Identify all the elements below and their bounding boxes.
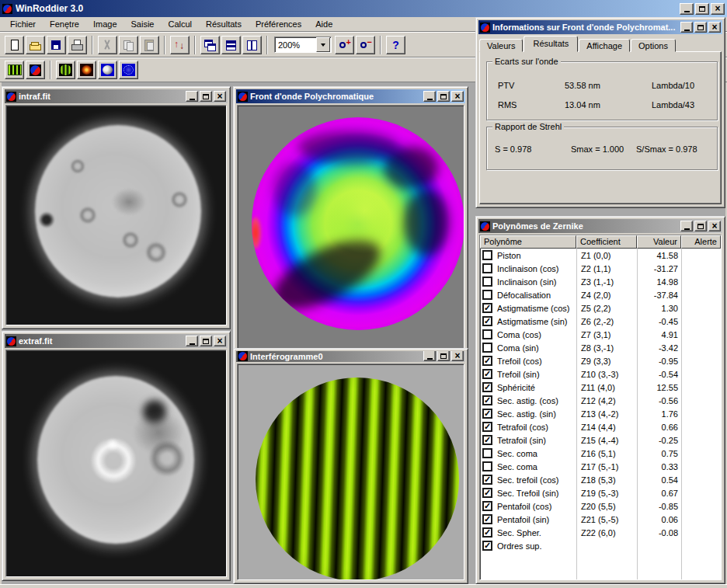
zernike-checkbox[interactable]: ✓ (482, 382, 492, 392)
menu-item-0[interactable]: Fichier (3, 18, 43, 31)
zoom-in-button[interactable] (335, 36, 354, 54)
close-button[interactable] (451, 351, 464, 361)
zernike-row[interactable]: ✓Trefoil (sin)Z10 (3,-3)-0.54 (480, 367, 721, 381)
cut-button[interactable] (98, 36, 117, 54)
minimize-button[interactable] (186, 336, 198, 346)
zernike-titlebar[interactable]: Polynômes de Zernike (478, 219, 722, 233)
menu-item-3[interactable]: Saisie (124, 18, 162, 31)
zernike-checkbox[interactable]: ✓ (482, 409, 492, 419)
close-button[interactable] (451, 91, 464, 102)
column-header-3[interactable]: Alerte (681, 235, 721, 249)
zernike-row[interactable]: ✓Pentafoil (sin)Z21 (5,-5)0.06 (480, 513, 721, 526)
psf-button[interactable] (77, 61, 96, 79)
zernike-row[interactable]: ✓Sec. Trefoil (sin)Z19 (5,-3)0.67 (480, 486, 721, 499)
column-header-0[interactable]: Polynôme (480, 235, 576, 249)
maximize-button[interactable] (694, 22, 707, 33)
zernike-row[interactable]: DéfocalisationZ4 (2,0)-37.84 (480, 288, 721, 301)
maximize-button[interactable] (437, 91, 450, 102)
new-button[interactable] (5, 36, 24, 54)
menu-item-5[interactable]: Résultats (199, 18, 249, 31)
zernike-checkbox[interactable] (482, 461, 492, 471)
main-maximize-button[interactable] (695, 3, 709, 15)
zernike-checkbox[interactable]: ✓ (482, 541, 492, 551)
tab-resultats[interactable]: Résultats (524, 36, 578, 52)
zernike-checkbox[interactable] (482, 448, 492, 458)
zernike-row[interactable]: Coma (cos)Z7 (3,1)4.91 (480, 328, 721, 341)
interferogram-button[interactable] (56, 61, 75, 79)
menu-item-1[interactable]: Fenętre (43, 18, 86, 31)
zernike-checkbox[interactable] (482, 263, 492, 273)
zernike-checkbox[interactable]: ✓ (482, 501, 492, 511)
menu-item-2[interactable]: Image (86, 18, 124, 31)
open-button[interactable] (26, 36, 45, 54)
main-close-button[interactable] (711, 3, 725, 15)
menu-item-6[interactable]: Préférences (249, 18, 308, 31)
paste-button[interactable] (140, 36, 159, 54)
help-button[interactable]: ? (386, 36, 405, 54)
minimize-button[interactable] (680, 22, 693, 33)
zernike-row[interactable]: ✓Trefoil (cos)Z9 (3,3)-0.95 (480, 354, 721, 367)
winroddier-logo-button[interactable] (26, 61, 45, 79)
zernike-row[interactable]: ✓Sec. astig. (cos)Z12 (4,2)-0.56 (480, 394, 721, 407)
maximize-button[interactable] (200, 336, 212, 346)
zernike-checkbox[interactable]: ✓ (482, 303, 492, 313)
main-minimize-button[interactable] (680, 3, 694, 15)
zernike-row[interactable]: ✓Sec. Spher.Z22 (6,0)-0.08 (480, 526, 721, 539)
save-button[interactable] (47, 36, 66, 54)
column-header-2[interactable]: Valeur (637, 235, 681, 249)
close-button[interactable] (214, 336, 226, 346)
zoom-combo-dropdown-button[interactable] (316, 37, 330, 52)
zernike-row[interactable]: ✓Astigmatisme (cos)Z5 (2,2)1.30 (480, 301, 721, 315)
zernike-row[interactable]: ✓Sec. trefoil (cos)Z18 (5,3)0.54 (480, 473, 721, 486)
zernike-row[interactable]: ✓Pentafoil (cos)Z20 (5,5)-0.85 (480, 499, 721, 513)
menu-item-7[interactable]: Aide (308, 18, 339, 31)
zernike-checkbox[interactable] (482, 277, 492, 287)
zernike-row[interactable]: ✓Ordres sup. (480, 539, 721, 552)
zernike-checkbox[interactable] (482, 290, 492, 300)
zernike-row[interactable]: ✓SphéricitéZ11 (4,0)12.55 (480, 381, 721, 394)
zernike-row[interactable]: ✓Tetrafoil (cos)Z14 (4,4)0.66 (480, 420, 721, 433)
zernike-row[interactable]: Inclinaison (cos)Z2 (1,1)-31.27 (480, 262, 721, 275)
zernike-row[interactable]: ✓Tetrafoil (sin)Z15 (4,-4)-0.25 (480, 433, 721, 447)
maximize-button[interactable] (437, 351, 450, 361)
zernike-checkbox[interactable]: ✓ (482, 527, 492, 538)
informations-titlebar[interactable]: Informations sur Front d'onde Polychroma… (478, 20, 722, 34)
close-button[interactable] (214, 91, 226, 102)
wavefront-button[interactable] (98, 61, 117, 79)
zernike-checkbox[interactable]: ✓ (482, 369, 492, 379)
cascade-button[interactable] (200, 36, 220, 54)
interferogram-titlebar[interactable]: Interférogramme0 (236, 351, 465, 362)
tile-horizontal-button[interactable] (221, 36, 241, 54)
zernike-checkbox[interactable] (482, 329, 492, 339)
refresh-button[interactable] (170, 36, 190, 54)
minimize-button[interactable] (423, 351, 436, 361)
zernike-row[interactable]: ✓Astigmatisme (sin)Z6 (2,-2)-0.45 (480, 315, 721, 328)
zernike-checkbox[interactable]: ✓ (482, 475, 492, 485)
tile-vertical-button[interactable] (242, 36, 262, 54)
main-title-bar[interactable]: WinRoddier 3.0 (0, 0, 727, 17)
tab-affichage[interactable]: Affichage (579, 39, 630, 52)
zernike-row[interactable]: Inclinaison (sin)Z3 (1,-1)14.98 (480, 275, 721, 288)
print-button[interactable] (68, 36, 87, 54)
aberrations-button[interactable] (119, 61, 138, 79)
zernike-checkbox[interactable]: ✓ (482, 356, 492, 366)
column-header-1[interactable]: Coefficient (576, 235, 637, 249)
copy-button[interactable] (119, 36, 138, 54)
zernike-checkbox[interactable]: ✓ (482, 488, 492, 498)
fringes-button[interactable] (5, 61, 24, 79)
zernike-checkbox[interactable]: ✓ (482, 395, 492, 405)
zernike-checkbox[interactable]: ✓ (482, 514, 492, 524)
minimize-button[interactable] (680, 221, 693, 231)
zernike-checkbox[interactable] (482, 250, 492, 260)
zernike-row[interactable]: ✓Sec. astig. (sin)Z13 (4,-2)1.76 (480, 407, 721, 420)
tab-options[interactable]: Options (631, 39, 676, 52)
minimize-button[interactable] (423, 91, 436, 102)
close-button[interactable] (708, 22, 721, 33)
zernike-checkbox[interactable]: ✓ (482, 316, 492, 326)
zoom-out-button[interactable] (356, 36, 375, 54)
zoom-level-combobox[interactable]: 200% (274, 37, 332, 53)
intraf-titlebar[interactable]: intraf.fit (5, 89, 228, 103)
zernike-row[interactable]: Sec. comaZ16 (5,1)0.75 (480, 447, 721, 460)
close-button[interactable] (708, 221, 721, 231)
zernike-row[interactable]: Coma (sin)Z8 (3,-1)-3.42 (480, 341, 721, 354)
